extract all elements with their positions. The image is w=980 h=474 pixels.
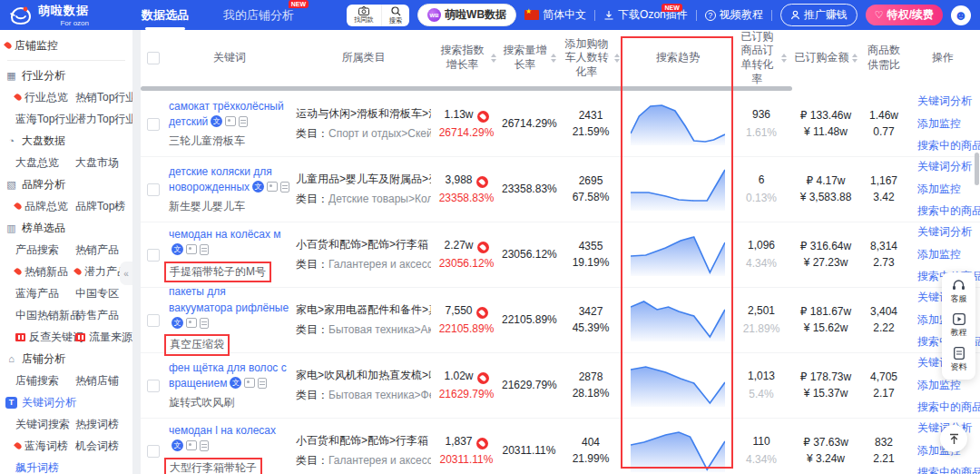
sidebar-section-shop[interactable]: ⌂店铺分析	[0, 348, 132, 370]
back-to-top-button[interactable]	[940, 425, 967, 452]
image-preview-icon[interactable]	[225, 116, 236, 126]
vertical-scrollbar[interactable]	[975, 153, 979, 185]
select-all-checkbox[interactable]	[147, 52, 160, 64]
column-header[interactable]: 已订购金额	[789, 51, 862, 65]
sidebar-item[interactable]: 大盘市场	[75, 152, 132, 173]
translate-icon[interactable]: 文	[172, 243, 183, 255]
horizontal-scrollbar[interactable]	[141, 86, 792, 91]
tutorial-button[interactable]: 教程	[942, 313, 975, 339]
nav-data-selection[interactable]: 数据选品	[142, 0, 189, 30]
sidebar-item[interactable]: 中国专区	[75, 282, 132, 304]
row-checkbox[interactable]	[147, 249, 160, 262]
keyword-analysis-link[interactable]: 关键词分析	[917, 94, 972, 109]
vip-renew-button[interactable]: ♡ 特权/续费	[866, 5, 943, 25]
sort-icon[interactable]	[551, 54, 556, 63]
sidebar-item[interactable]: 店铺搜索	[15, 370, 75, 391]
search-products-link[interactable]: 搜索中的商品	[917, 465, 980, 474]
sidebar-item[interactable]: 机会词榜	[75, 435, 132, 457]
sidebar-item[interactable]: 产品搜索	[15, 239, 75, 261]
column-header[interactable]: 添加购物车人数转化率	[559, 37, 622, 80]
sidebar-item[interactable]: 热销新品	[15, 261, 75, 282]
brand-logo[interactable]: 萌啦数据 For ozon	[9, 3, 136, 27]
copy-icon[interactable]	[280, 182, 289, 193]
sidebar-item[interactable]: 热搜词榜	[75, 413, 132, 435]
column-header[interactable]: 搜索指数增长率	[434, 44, 499, 72]
add-monitor-link[interactable]: 添加监控	[917, 247, 961, 262]
keyword-link[interactable]: чемодан на колёсах м	[169, 228, 281, 241]
sidebar-item[interactable]: 蓝海词榜	[15, 435, 75, 457]
sidebar-item[interactable]: 待售产品	[75, 304, 132, 326]
sidebar-item[interactable]: 关键词搜索	[15, 413, 75, 435]
image-preview-icon[interactable]	[186, 244, 197, 254]
sidebar-item[interactable]: 飙升词榜	[15, 457, 75, 474]
sidebar-item[interactable]: 热销Top行业	[75, 86, 132, 108]
user-avatar[interactable]: ☻	[951, 5, 971, 25]
search-products-link[interactable]: 搜索中的商品	[917, 400, 980, 415]
column-header[interactable]: 已订购商品订单转化率	[733, 30, 789, 86]
row-checkbox[interactable]	[147, 118, 160, 131]
sidebar-item[interactable]: 大盘总览	[15, 152, 75, 173]
add-monitor-link[interactable]: 添加监控	[917, 116, 961, 132]
row-checkbox[interactable]	[147, 445, 160, 458]
copy-icon[interactable]	[239, 116, 248, 127]
sidebar-item[interactable]: 热销产品	[75, 239, 132, 261]
sidebar-item[interactable]: 中国热销新品	[15, 304, 75, 326]
translate-icon[interactable]: 文	[230, 377, 241, 389]
add-monitor-link[interactable]: 添加监控	[917, 182, 961, 197]
row-checkbox[interactable]	[147, 380, 160, 392]
sidebar-section-monitor[interactable]: 店铺监控	[0, 35, 132, 56]
translate-icon[interactable]: 文	[172, 317, 183, 329]
sidebar-item[interactable]: 反查关键词	[15, 326, 75, 348]
keyword-link[interactable]: фен щётка для волос с вращением	[169, 361, 287, 390]
sidebar-item[interactable]: 品牌总览	[15, 195, 75, 217]
sidebar-section-keyword[interactable]: T关键词分析	[0, 391, 132, 413]
sidebar-item[interactable]: 流量来源分析	[75, 326, 132, 348]
row-checkbox[interactable]	[147, 183, 160, 196]
search-button[interactable]: 搜索	[381, 5, 409, 26]
keyword-link[interactable]: чемодан l на колесах	[169, 424, 276, 437]
sidebar-item[interactable]: 行业总览	[15, 86, 75, 108]
copy-icon[interactable]	[200, 440, 209, 451]
promo-earn-button[interactable]: 推广赚钱	[780, 4, 858, 26]
sidebar-item[interactable]: 热销店铺	[75, 370, 132, 391]
image-preview-icon[interactable]	[244, 378, 255, 388]
sidebar-item[interactable]: 潜力Top行业	[75, 108, 132, 130]
keyword-analysis-link[interactable]: 关键词分析	[917, 224, 972, 240]
image-preview-icon[interactable]	[186, 440, 197, 450]
sidebar-section-market[interactable]: ◔大盘数据	[0, 130, 132, 152]
keyword-link[interactable]: пакеты для вакууматора рифлёные	[169, 285, 289, 313]
docs-button[interactable]: 资料	[942, 347, 975, 373]
sort-icon[interactable]	[614, 54, 620, 63]
translate-icon[interactable]: 文	[172, 439, 183, 451]
sidebar-item[interactable]: 蓝海产品	[15, 282, 75, 304]
find-same-button[interactable]: 找同款	[347, 5, 381, 26]
sort-icon[interactable]	[491, 54, 496, 63]
search-products-link[interactable]: 搜索中的商品	[917, 203, 980, 219]
sidebar-section-rank[interactable]: ▥榜单选品	[0, 217, 132, 239]
nav-my-shop-analysis[interactable]: 我的店铺分析 NEW	[223, 0, 294, 30]
sort-icon[interactable]	[781, 54, 787, 63]
image-preview-icon[interactable]	[186, 318, 197, 328]
translate-icon[interactable]: 文	[211, 115, 222, 127]
sidebar-item[interactable]: 品牌Top榜	[75, 195, 132, 217]
copy-icon[interactable]	[200, 318, 209, 329]
download-plugin-button[interactable]: 下载Ozon插件 NEW	[603, 7, 688, 23]
sidebar-collapse-button[interactable]: «	[120, 262, 132, 285]
wb-data-button[interactable]: WB 萌啦WB数据	[417, 4, 516, 26]
translate-icon[interactable]: 文	[252, 181, 264, 193]
language-switch[interactable]: ★ 简体中文	[524, 7, 586, 23]
column-header[interactable]: 搜索量增长率	[499, 44, 559, 72]
sidebar-item[interactable]: 蓝海Top行业	[15, 108, 75, 130]
image-preview-icon[interactable]	[267, 182, 278, 192]
keyword-analysis-link[interactable]: 关键词分析	[917, 159, 972, 174]
add-monitor-link[interactable]: 添加监控	[917, 378, 961, 393]
search-products-link[interactable]: 搜索中的商品	[917, 138, 980, 153]
sidebar-section-brand[interactable]: ▧品牌分析	[0, 173, 132, 195]
sidebar-section-industry[interactable]: ▦行业分析	[0, 64, 132, 86]
video-tutorial-button[interactable]: ? 视频教程	[705, 7, 763, 23]
sort-icon[interactable]	[852, 54, 858, 63]
copy-icon[interactable]	[258, 378, 267, 389]
copy-icon[interactable]	[200, 244, 209, 255]
row-checkbox[interactable]	[147, 314, 160, 327]
customer-service-button[interactable]: 客服	[942, 279, 975, 305]
